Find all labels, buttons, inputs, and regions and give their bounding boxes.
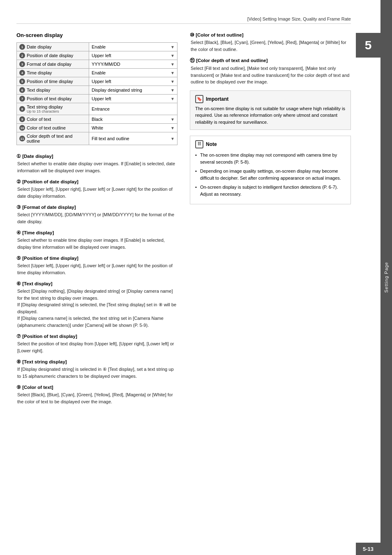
- settings-table: 1Date displayEnable▼2Position of date di…: [16, 42, 178, 145]
- row-label-text: Color of text outline: [27, 125, 66, 130]
- item-body: If [Display designated string] is select…: [16, 366, 178, 379]
- row-value-cell: White▼: [89, 124, 177, 132]
- row-label-cell: 7Position of text display: [17, 95, 89, 103]
- row-label-text: Position of time display: [27, 79, 73, 84]
- row-label-text: Color of text: [27, 117, 51, 122]
- numbered-item: ⑪ [Color depth of text and outline]Selec…: [190, 58, 351, 86]
- row-label-text: Time display: [27, 70, 52, 75]
- numbered-item: ④ [Time display]Select whether to enable…: [16, 230, 178, 250]
- row-label-cell: 8Text string displayUp to 15 characters: [17, 103, 89, 115]
- row-label-cell: 3Format of date display: [17, 60, 89, 69]
- dropdown-arrow-icon[interactable]: ▼: [171, 88, 175, 92]
- item-body: Select [Fill text and outline], [Make te…: [190, 65, 351, 86]
- row-label-text: Position of date display: [27, 53, 73, 58]
- dropdown-arrow-icon[interactable]: ▼: [171, 45, 175, 49]
- row-value-text: Fill text and outline: [92, 136, 129, 141]
- table-row: 2Position of date displayUpper left▼: [17, 51, 178, 60]
- item-title: ⑥ [Text display]: [16, 281, 178, 287]
- item-body: Select whether to enable time display ov…: [16, 237, 178, 250]
- left-column: On-screen display 1Date displayEnable▼2P…: [16, 32, 178, 410]
- item-title: ⑨ [Color of text]: [16, 384, 178, 390]
- row-value-text: White: [92, 125, 103, 130]
- page-header: [Video] Setting Image Size, Quality and …: [16, 16, 351, 24]
- row-label-text: Text display: [27, 88, 50, 92]
- dropdown-arrow-icon[interactable]: ▼: [171, 79, 175, 84]
- row-value-text: Entrance: [92, 106, 110, 111]
- item-body: Select [Upper left], [Upper right], [Low…: [16, 262, 178, 276]
- row-label-cell: 10Color of text outline: [17, 124, 89, 132]
- row-value-text: Enable: [92, 70, 106, 75]
- table-row: 8Text string displayUp to 15 charactersE…: [17, 103, 178, 115]
- item-body: Select whether to enable date display ov…: [16, 160, 178, 174]
- item-title: ⑪ [Color depth of text and outline]: [190, 58, 351, 64]
- dropdown-arrow-icon[interactable]: ▼: [171, 126, 175, 130]
- row-label-cell: 4Time display: [17, 69, 89, 77]
- numbered-item: ③ [Format of date display]Select [YYYY/M…: [16, 204, 178, 225]
- row-sublabel: Up to 15 characters: [27, 109, 62, 113]
- row-circle-icon: 11: [19, 136, 25, 141]
- important-box: 🔖 Important The on-screen time display i…: [190, 90, 351, 130]
- row-label-cell: 11Color depth of text and outline: [17, 132, 89, 145]
- item-body: Select [Black], [Blue], [Cyan], [Green],…: [190, 39, 351, 53]
- row-circle-icon: 9: [19, 116, 25, 122]
- item-title: ① [Date display]: [16, 153, 178, 159]
- numbered-item: ⑤ [Position of time display]Select [Uppe…: [16, 255, 178, 276]
- row-label-text: Format of date display: [27, 62, 71, 67]
- dropdown-arrow-icon[interactable]: ▼: [171, 53, 175, 58]
- note-list: The on-screen time display may not corre…: [195, 152, 346, 197]
- table-row: 11Color depth of text and outlineFill te…: [17, 132, 178, 145]
- row-value-text: Display designated string: [92, 88, 142, 92]
- row-label-text: Date display: [27, 44, 52, 49]
- row-value-text: YYYY/MM/DD: [92, 62, 120, 67]
- row-value-cell: Upper left▼: [89, 51, 177, 60]
- row-label-cell: 9Color of text: [17, 115, 89, 124]
- table-row: 4Time displayEnable▼: [17, 69, 178, 77]
- numbered-item: ⑧ [Text string display]If [Display desig…: [16, 359, 178, 379]
- right-items: ⑩ [Color of text outline]Select [Black],…: [190, 32, 351, 86]
- item-title: ⑧ [Text string display]: [16, 359, 178, 365]
- row-label-text: Text string display: [27, 104, 62, 109]
- row-value-cell: Enable▼: [89, 69, 177, 77]
- left-items: ① [Date display]Select whether to enable…: [16, 153, 178, 405]
- item-body: Select [Upper left], [Upper right], [Low…: [16, 186, 178, 199]
- row-circle-icon: 5: [19, 79, 25, 84]
- item-body: Select [Display nothing], [Display desig…: [16, 288, 178, 328]
- dropdown-arrow-icon[interactable]: ▼: [171, 97, 175, 101]
- row-value-cell: Enable▼: [89, 43, 177, 51]
- note-list-item: The on-screen time display may not corre…: [195, 152, 346, 165]
- row-label-cell: 6Text display: [17, 86, 89, 95]
- row-value-cell: Upper left▼: [89, 95, 177, 103]
- row-value-text: Black: [92, 117, 103, 122]
- numbered-item: ⑦ [Position of text display]Select the p…: [16, 333, 178, 354]
- dropdown-arrow-icon[interactable]: ▼: [171, 62, 175, 67]
- numbered-item: ⑨ [Color of text]Select [Black], [Blue],…: [16, 384, 178, 405]
- row-value-text: Enable: [92, 44, 106, 49]
- page-number: 5-13: [356, 543, 380, 555]
- row-circle-icon: 1: [19, 44, 25, 50]
- item-title: ⑦ [Position of text display]: [16, 333, 178, 339]
- dropdown-arrow-icon[interactable]: ▼: [171, 136, 175, 141]
- row-value-cell: YYYY/MM/DD▼: [89, 60, 177, 69]
- row-circle-icon: 7: [19, 96, 25, 102]
- row-value-cell: Upper left▼: [89, 77, 177, 86]
- dropdown-arrow-icon[interactable]: ▼: [171, 71, 175, 75]
- note-box: ☷ Note The on-screen time display may no…: [190, 136, 351, 204]
- numbered-item: ⑩ [Color of text outline]Select [Black],…: [190, 32, 351, 53]
- item-body: Select the position of text display from…: [16, 340, 178, 354]
- row-label-cell: 2Position of date display: [17, 51, 89, 60]
- row-circle-icon: 3: [19, 61, 25, 67]
- important-body: The on-screen time display is not suitab…: [195, 105, 346, 126]
- row-circle-icon: 6: [19, 87, 25, 93]
- row-label-cell: 5Position of time display: [17, 77, 89, 86]
- table-row: 10Color of text outlineWhite▼: [17, 124, 178, 132]
- dropdown-arrow-icon[interactable]: ▼: [171, 117, 175, 122]
- numbered-item: ① [Date display]Select whether to enable…: [16, 153, 178, 174]
- row-value-cell: Display designated string▼: [89, 86, 177, 95]
- note-title: ☷ Note: [195, 140, 346, 148]
- row-circle-icon: 4: [19, 70, 25, 76]
- page-header-text: [Video] Setting Image Size, Quality and …: [247, 16, 351, 21]
- row-circle-icon: 8: [19, 106, 25, 112]
- note-list-item: Depending on image quality settings, on-…: [195, 168, 346, 181]
- row-value-cell: Black▼: [89, 115, 177, 124]
- row-value-text: Upper left: [92, 96, 111, 101]
